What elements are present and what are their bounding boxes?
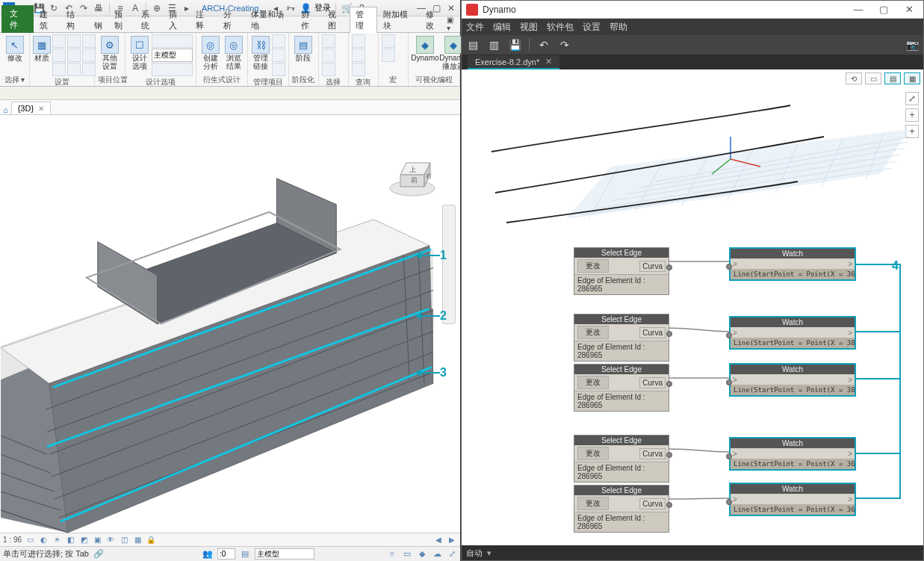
view-scale[interactable]: 1 : 96 [3, 536, 22, 544]
global-btn[interactable] [67, 63, 81, 76]
ribbon-tab-systems[interactable]: 系统 [135, 7, 163, 33]
ribbon-tab-struct[interactable]: 结构 [61, 7, 88, 33]
ribbon-tab-manage[interactable]: 管理 [350, 7, 377, 33]
status-link-icon[interactable]: 🔗 [93, 549, 104, 559]
shadows-icon[interactable]: ◧ [65, 535, 75, 545]
file-tab-exercise[interactable]: Exercise-8.2.dyn* ✕ [468, 55, 559, 69]
gd-create-button[interactable]: ◎创建 分析 [199, 34, 221, 72]
status-model-icon[interactable]: ▤ [240, 549, 250, 560]
input-port[interactable] [726, 332, 732, 338]
output-port[interactable] [666, 264, 672, 270]
change-button[interactable]: 更改 [577, 447, 609, 460]
snap-btn[interactable] [52, 49, 66, 62]
view-home-icon[interactable]: ⌂ [3, 105, 8, 114]
design-option-combo[interactable]: 主模型 [152, 49, 193, 62]
output-port[interactable] [666, 502, 672, 508]
viewport-3d[interactable]: 上 前 右 1 2 3 [0, 115, 460, 533]
menu-packages[interactable]: 软件包 [547, 21, 574, 34]
output-port[interactable] [666, 381, 672, 387]
do-btn1[interactable] [152, 34, 193, 48]
visual-style-icon[interactable]: ◐ [38, 535, 49, 545]
change-button[interactable]: 更改 [577, 326, 609, 339]
output-port[interactable] [666, 331, 672, 337]
crop-icon[interactable]: ▣ [92, 535, 102, 545]
manage-links-button[interactable]: ⛓管理 链接 [251, 34, 270, 72]
lock-icon[interactable]: 🔒 [146, 535, 156, 545]
menu-settings[interactable]: 设置 [583, 21, 601, 34]
ribbon-tab-addins[interactable]: 附加模块 [377, 7, 420, 33]
node-watch-2[interactable]: Watch >> Line(StartPoint = Point(X = 38.… [729, 316, 856, 350]
input-port[interactable] [726, 379, 732, 385]
close-icon[interactable]: ✕ [545, 57, 552, 66]
close-icon[interactable]: ✕ [38, 105, 44, 113]
status-cloud-icon[interactable]: ☁ [432, 549, 442, 560]
units-btn[interactable] [82, 63, 96, 76]
input-port[interactable] [726, 499, 732, 505]
node-watch-5[interactable]: Watch >> Line(StartPoint = Point(X = 36.… [729, 483, 856, 516]
redo-icon[interactable]: ↷ [558, 38, 571, 52]
status-model-combo[interactable] [255, 548, 314, 560]
status-zoom-icon[interactable]: ⤢ [447, 549, 457, 560]
dynamo-workspace[interactable]: ⟲ ▭ ▤ ▦ ⤢ + + [462, 69, 923, 545]
shared-btn[interactable] [67, 49, 81, 62]
change-button[interactable]: 更改 [577, 497, 609, 510]
hide-icon[interactable]: 👁 [105, 535, 116, 545]
change-button[interactable]: 更改 [577, 259, 609, 273]
ribbon-tab-view[interactable]: 视图 [322, 7, 350, 33]
dynamo-button[interactable]: ◆Dynamo [412, 34, 438, 64]
dyn-close-icon[interactable]: ✕ [899, 3, 919, 16]
menu-file[interactable]: 文件 [466, 21, 484, 34]
ribbon-tab-annotate[interactable]: 注释 [190, 7, 217, 33]
ribbon-tab-arch[interactable]: 建筑 [34, 7, 61, 33]
params-btn[interactable] [67, 34, 81, 48]
filter-icon[interactable]: ▿ [387, 549, 397, 560]
menu-edit[interactable]: 编辑 [493, 21, 511, 34]
ribbon-tab-steel[interactable]: 钢 [88, 18, 108, 33]
open-icon[interactable]: ▥ [487, 38, 500, 52]
sunpath-icon[interactable]: ☀ [52, 535, 62, 545]
input-port[interactable] [726, 453, 732, 459]
node-select-edge-1[interactable]: Select Edge 更改Curva Edge of Element Id :… [574, 247, 669, 295]
detail-icon[interactable]: ▭ [25, 535, 35, 545]
input-port[interactable] [726, 264, 732, 270]
menu-view[interactable]: 视图 [520, 21, 538, 34]
reveal-icon[interactable]: ▦ [132, 535, 143, 545]
materials-button[interactable]: ▦材质 [33, 34, 51, 64]
status-people-icon[interactable]: 👥 [202, 549, 213, 559]
do-btn2[interactable] [152, 63, 193, 76]
isolate-icon[interactable]: ◫ [119, 535, 129, 545]
menu-help[interactable]: 帮助 [610, 21, 627, 34]
ribbon-tab-collab[interactable]: 协作 [295, 7, 323, 33]
transfer-btn[interactable] [82, 34, 96, 48]
ribbon-tab-modify[interactable]: 修改 [420, 7, 447, 33]
select-icon[interactable]: ▭ [402, 549, 412, 560]
node-select-edge-3[interactable]: Select Edge 更改Curva Edge of Element Id :… [574, 364, 669, 412]
ribbon-tab-massing[interactable]: 体量和场地 [245, 7, 295, 33]
new-icon[interactable]: ▤ [466, 38, 480, 52]
dyn-restore-icon[interactable]: ▢ [874, 3, 893, 16]
saveas-icon[interactable]: 💾 [508, 38, 521, 52]
ribbon-tab-file[interactable]: 文件 [1, 5, 34, 33]
node-select-edge-2[interactable]: Select Edge 更改Curva Edge of Element Id :… [574, 314, 669, 362]
style-btn[interactable] [52, 34, 66, 48]
ribbon-tab-analyze[interactable]: 分析 [217, 7, 245, 33]
undo-icon[interactable]: ↶ [537, 38, 551, 52]
status-dynamo-icon[interactable]: ◆ [417, 549, 427, 560]
other-settings-button[interactable]: ⚙其他 设置 [98, 34, 122, 72]
phases-button[interactable]: ▤阶段 [292, 34, 315, 64]
change-button[interactable]: 更改 [577, 376, 609, 389]
ribbon-collapse-icon[interactable]: ▣ ▾ [447, 16, 459, 32]
dyn-min-icon[interactable]: — [849, 3, 868, 16]
window-close-icon[interactable]: ✕ [445, 2, 457, 14]
run-mode-dropdown[interactable]: ▾ [487, 548, 492, 558]
node-select-edge-5[interactable]: Select Edge 更改Curva Edge of Element Id :… [574, 485, 669, 533]
ribbon-tab-precast[interactable]: 预制 [108, 7, 136, 33]
design-options-button[interactable]: ☐设计 选项 [128, 34, 150, 72]
modify-button[interactable]: ↖修改 [3, 34, 26, 64]
viewcube[interactable]: 上 前 右 [385, 145, 439, 199]
scroll-right-icon[interactable]: ▶ [447, 535, 457, 545]
purge-btn[interactable] [82, 49, 96, 62]
ribbon-tab-insert[interactable]: 插入 [163, 7, 190, 33]
render-icon[interactable]: ◩ [78, 535, 89, 545]
status-input[interactable] [217, 548, 235, 560]
